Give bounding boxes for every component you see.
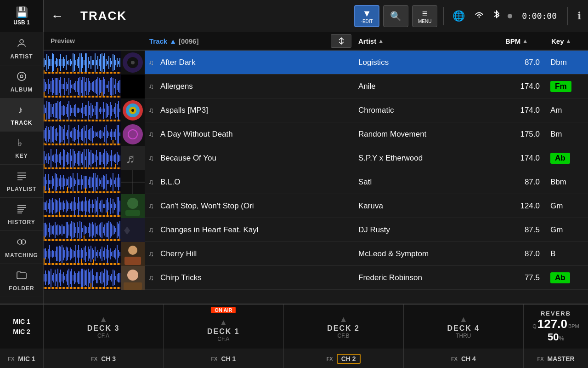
track-bpm: 87.0 bbox=[501, 58, 547, 67]
svg-rect-208 bbox=[93, 96, 94, 98]
info-icon[interactable]: ℹ bbox=[577, 10, 581, 22]
track-row[interactable]: ♫Chirp TricksFrederic Robinson77.5Ab bbox=[44, 266, 588, 290]
svg-rect-804 bbox=[106, 200, 107, 213]
sidebar-item-key[interactable]: ♭ KEY bbox=[0, 132, 43, 165]
filter-button[interactable]: ▼ -EDIT bbox=[354, 5, 379, 27]
svg-rect-313 bbox=[88, 101, 89, 120]
reverb-percent-value: 50 bbox=[548, 331, 559, 343]
track-row[interactable]: ♫A Day Without DeathRandom Movement175.0… bbox=[44, 122, 588, 146]
svg-rect-359 bbox=[119, 109, 120, 112]
track-waveform bbox=[44, 242, 145, 266]
svg-rect-839 bbox=[49, 239, 50, 241]
artist-col-header[interactable]: Artist ▲ bbox=[354, 37, 501, 45]
svg-rect-84 bbox=[89, 61, 90, 64]
sidebar-item-artist[interactable]: ARTIST bbox=[0, 32, 43, 65]
deck3-up-arrow[interactable]: ▲ bbox=[99, 315, 107, 324]
back-button[interactable]: ← bbox=[44, 0, 71, 32]
track-row[interactable]: ♫B.L.OSatl87.0Bbm bbox=[44, 170, 588, 194]
svg-rect-716 bbox=[45, 202, 46, 210]
deck2-up-arrow[interactable]: ▲ bbox=[339, 315, 348, 324]
svg-rect-192 bbox=[82, 96, 83, 98]
svg-rect-338 bbox=[104, 120, 105, 121]
svg-rect-379 bbox=[52, 127, 53, 142]
track-row[interactable]: ♫Aspalls [MP3]Chromatic174.0Am bbox=[44, 98, 588, 122]
deck1-up-arrow[interactable]: ▲ bbox=[219, 318, 227, 328]
track-row[interactable]: ♫Can't Stop, Won't Stop (OriKaruva124.0G… bbox=[44, 194, 588, 218]
svg-rect-650 bbox=[79, 179, 80, 185]
svg-rect-700 bbox=[114, 180, 115, 184]
deck1-top: ON AIR ▲ DECK 1 CF.A bbox=[164, 305, 283, 349]
svg-rect-311 bbox=[86, 105, 87, 116]
track-row[interactable]: ♫AllergensAnile174.0Fm bbox=[44, 75, 588, 98]
svg-rect-437 bbox=[92, 126, 93, 143]
svg-rect-869 bbox=[70, 239, 71, 241]
sidebar-item-playlist[interactable]: PLAYLIST bbox=[0, 165, 43, 198]
svg-rect-1064 bbox=[45, 287, 46, 289]
sidebar-item-folder[interactable]: FOLDER bbox=[0, 264, 43, 297]
track-bpm: 174.0 bbox=[501, 82, 547, 91]
svg-rect-260 bbox=[51, 120, 51, 121]
key-col-header[interactable]: Key ▲ bbox=[547, 37, 588, 45]
globe-icon[interactable]: 🌐 bbox=[452, 10, 465, 22]
sort-toggle-button[interactable] bbox=[331, 34, 351, 48]
svg-rect-377 bbox=[51, 126, 51, 143]
sidebar-item-history[interactable]: HISTORY bbox=[0, 198, 43, 231]
svg-point-480 bbox=[123, 124, 143, 144]
svg-rect-258 bbox=[49, 120, 50, 121]
deck4-fx: FX bbox=[451, 356, 458, 362]
deck1-ch: CH 1 bbox=[221, 355, 236, 362]
bpm-col-header[interactable]: BPM ▲ bbox=[501, 37, 547, 45]
track-row[interactable]: ♦♫Changes in Heart Feat. KaylDJ Rusty87.… bbox=[44, 218, 588, 242]
track-col-header[interactable]: Track ▲ [0096] bbox=[145, 37, 331, 45]
svg-rect-676 bbox=[97, 175, 98, 190]
track-key: Gm bbox=[547, 201, 588, 211]
menu-button[interactable]: ≡ MENU bbox=[412, 5, 437, 27]
svg-rect-1150 bbox=[104, 287, 105, 289]
svg-rect-765 bbox=[78, 215, 79, 217]
svg-rect-846 bbox=[55, 222, 56, 238]
svg-rect-83 bbox=[88, 72, 89, 74]
track-row[interactable]: ♫After DarkLogistics87.0Dbm bbox=[44, 51, 588, 75]
svg-rect-151 bbox=[55, 78, 56, 95]
svg-rect-204 bbox=[90, 96, 91, 98]
track-row[interactable]: ♬♫Because Of YouS.P.Y x Etherwood174.0Ab bbox=[44, 146, 588, 170]
search-button[interactable]: 🔍 bbox=[383, 5, 408, 27]
sidebar-item-album[interactable]: ALBUM bbox=[0, 65, 43, 98]
svg-text:♪: ♪ bbox=[18, 104, 23, 115]
deck4-up-arrow[interactable]: ▲ bbox=[459, 315, 468, 324]
svg-rect-404 bbox=[68, 144, 69, 145]
svg-rect-428 bbox=[85, 144, 86, 145]
svg-rect-579 bbox=[110, 155, 111, 161]
svg-rect-453 bbox=[103, 132, 104, 136]
svg-rect-977 bbox=[66, 247, 67, 261]
svg-rect-75 bbox=[82, 72, 83, 74]
sidebar-item-track[interactable]: ♪ TRACK bbox=[0, 98, 43, 132]
sidebar-item-matching[interactable]: MATCHING bbox=[0, 231, 43, 264]
svg-rect-895 bbox=[88, 239, 89, 241]
svg-rect-189 bbox=[81, 80, 82, 93]
svg-rect-721 bbox=[48, 215, 49, 217]
svg-rect-508 bbox=[60, 167, 61, 169]
svg-rect-436 bbox=[90, 144, 91, 145]
svg-rect-1117 bbox=[82, 269, 83, 287]
content-area: Preview Track ▲ [0096] Artist ▲ BPM ▲ bbox=[44, 32, 588, 304]
track-row[interactable]: ♫Cherry HillMcLeod & Symptom87.0B bbox=[44, 242, 588, 266]
svg-rect-1037 bbox=[107, 245, 108, 263]
deck1-bottom: FX CH 1 bbox=[164, 349, 283, 368]
svg-rect-1067 bbox=[48, 270, 49, 285]
folder-label: FOLDER bbox=[9, 285, 34, 292]
svg-rect-1144 bbox=[100, 287, 101, 289]
deck3-sub: CF.A bbox=[97, 333, 109, 339]
svg-rect-175 bbox=[71, 85, 72, 88]
usb-device[interactable]: 💾 USB 1 bbox=[0, 0, 44, 32]
artist-label: ARTIST bbox=[10, 53, 33, 60]
svg-rect-292 bbox=[73, 120, 74, 121]
svg-rect-594 bbox=[119, 167, 120, 169]
svg-rect-820 bbox=[117, 197, 118, 215]
svg-rect-505 bbox=[59, 154, 60, 163]
svg-rect-273 bbox=[60, 101, 61, 120]
svg-rect-381 bbox=[53, 126, 54, 143]
svg-rect-627 bbox=[63, 191, 64, 193]
svg-rect-971 bbox=[62, 245, 62, 263]
svg-rect-407 bbox=[71, 131, 72, 138]
